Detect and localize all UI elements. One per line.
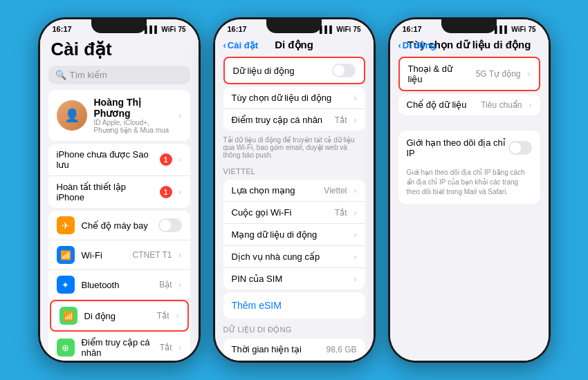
row-airplane[interactable]: ✈ Chế độ máy bay xyxy=(48,211,190,240)
current-time-label: Thời gian hiện tại xyxy=(232,344,320,354)
wifi-call-value: Tắt xyxy=(335,208,347,218)
data-mode-row[interactable]: Chế độ dữ liệu Tiêu chuẩn › xyxy=(398,94,540,115)
screen1-content: Cài đặt 🔍 Tìm kiếm 👤 Hoàng Thị Phương ID… xyxy=(40,35,199,361)
ip-toggle[interactable] xyxy=(508,141,532,155)
spacer xyxy=(390,118,549,128)
provider-row[interactable]: Dịch vụ nhà cung cấp › xyxy=(223,246,365,268)
ip-label: Giới hạn theo dõi địa chỉ IP xyxy=(407,137,508,158)
network-row[interactable]: Lựa chọn mạng Viettel › xyxy=(223,180,365,202)
notch-2 xyxy=(266,19,322,33)
battery-icon-2: 75 xyxy=(353,26,360,33)
mobile-data-toggle[interactable] xyxy=(332,64,356,77)
data-section-header: DỮ LIỆU DI ĐỘNG xyxy=(215,321,374,336)
ip-row-inner: Giới hạn theo dõi địa chỉ IP xyxy=(407,137,532,158)
wifi-call-label: Cuộc gọi Wi-Fi xyxy=(232,207,328,218)
profile-chevron: › xyxy=(179,111,182,120)
settings-group-1: ✈ Chế độ máy bay 📶 Wi-Fi CTNET T1 › ✦ Bl… xyxy=(48,211,190,361)
profile-name: Hoàng Thị Phương xyxy=(94,97,172,119)
hotspot2-chevron: › xyxy=(354,115,357,125)
alert-row-2[interactable]: Hoàn tất thiết lập iPhone 1 › xyxy=(48,176,190,208)
row-wifi[interactable]: 📶 Wi-Fi CTNET T1 › xyxy=(48,240,190,270)
data-options-row[interactable]: Tùy chọn dữ liệu di động › xyxy=(223,87,365,109)
search-bar[interactable]: 🔍 Tìm kiếm xyxy=(48,66,190,84)
screen3-content: ‹ Di động Tùy chọn dữ liệu di động Thoại… xyxy=(390,35,549,361)
profile-text: Hoàng Thị Phương ID Apple, iCloud+, Phươ… xyxy=(94,97,172,134)
cellular-label: Di động xyxy=(84,311,150,321)
data-network-chevron: › xyxy=(354,230,357,240)
voice-data-value: 5G Tự động xyxy=(476,69,521,79)
data-options-chevron: › xyxy=(354,93,357,103)
phone-2: 16:17 ▌▌▌ WiFi 75 ‹ Cài đặt Di động Dữ l… xyxy=(213,17,376,363)
search-placeholder: Tìm kiếm xyxy=(70,70,107,80)
current-time-row[interactable]: Thời gian hiện tại 98,6 GB xyxy=(223,339,365,361)
hotspot-value: Tắt xyxy=(160,343,172,352)
screen2-content: ‹ Cài đặt Di động Dữ liệu di động Tùy ch… xyxy=(215,35,374,361)
wifi-icon-3: WiFi xyxy=(511,26,526,33)
back-button-3[interactable]: ‹ Di động xyxy=(398,40,437,50)
row-cellular[interactable]: 📶 Di động Tắt › xyxy=(51,301,187,330)
esim-link: Thêm eSIM xyxy=(232,300,282,311)
signal-icon: ▌▌▌ xyxy=(145,26,159,33)
search-icon: 🔍 xyxy=(55,70,66,80)
alerts-group: iPhone chưa được Sao lưu 1 › Hoàn tất th… xyxy=(48,144,190,208)
cellular-chevron: › xyxy=(176,311,179,321)
sim-pin-chevron: › xyxy=(354,274,357,284)
wifi-icon-2: WiFi xyxy=(336,26,351,33)
data-options-label: Tùy chọn dữ liệu di động xyxy=(232,93,347,103)
hotspot-label: Điểm truy cập cá nhân xyxy=(82,337,153,358)
screen2-title: Di động xyxy=(275,39,313,51)
time-1: 16:17 xyxy=(53,25,72,33)
data-group: Thời gian hiện tại 98,6 GB Chuyển vùng T… xyxy=(223,339,365,361)
alert2-badge: 1 xyxy=(160,186,172,198)
alert-row-1[interactable]: iPhone chưa được Sao lưu 1 › xyxy=(48,144,190,176)
nav-bar-3: ‹ Di động Tùy chọn dữ liệu di động xyxy=(390,35,549,54)
bluetooth-chevron: › xyxy=(179,280,182,289)
time-2: 16:17 xyxy=(228,25,247,33)
network-value: Viettel xyxy=(324,186,347,196)
airplane-toggle[interactable] xyxy=(158,218,182,232)
highlighted-row-container: 📶 Di động Tắt › xyxy=(50,300,189,332)
voice-data-label: Thoại & dữ liệu xyxy=(408,64,469,84)
hotspot2-row[interactable]: Điểm truy cập cá nhân Tắt › xyxy=(223,109,365,131)
screen3-red-row: Thoại & dữ liệu 5G Tự động › xyxy=(398,57,540,91)
battery-icon-3: 75 xyxy=(528,26,535,33)
viettel-header: VIETTEL xyxy=(215,163,374,177)
mobile-data-row[interactable]: Dữ liệu di động xyxy=(225,58,364,83)
signal-icon-2: ▌▌▌ xyxy=(320,26,334,33)
sim-pin-label: PIN của SIM xyxy=(232,274,347,284)
back-label-3: Di động xyxy=(403,40,436,50)
ip-desc: Giới hạn theo dõi địa chỉ IP bằng cách ẩ… xyxy=(407,168,532,197)
voice-data-row[interactable]: Thoại & dữ liệu 5G Tự động › xyxy=(400,58,539,90)
cellular-icon: 📶 xyxy=(59,307,77,325)
data-mode-label: Chế độ dữ liệu xyxy=(407,99,475,110)
phone-3: 16:17 ▌▌▌ WiFi 75 ‹ Di động Tùy chọn dữ … xyxy=(388,17,551,363)
esim-row[interactable]: Thêm eSIM xyxy=(223,292,365,319)
back-label-2: Cài đặt xyxy=(228,40,258,50)
wifi-label: Wi-Fi xyxy=(82,250,126,260)
screen3-group1: Chế độ dữ liệu Tiêu chuẩn › xyxy=(398,94,540,115)
alert2-chevron: › xyxy=(179,187,182,197)
wifi-call-row[interactable]: Cuộc gọi Wi-Fi Tắt › xyxy=(223,202,365,224)
ip-group: Giới hạn theo dõi địa chỉ IP Giới hạn th… xyxy=(398,131,540,204)
screen2-red-row: Dữ liệu di động xyxy=(223,57,365,84)
sim-pin-row[interactable]: PIN của SIM › xyxy=(223,268,365,289)
data-network-row[interactable]: Mạng dữ liệu di động › xyxy=(223,224,365,246)
notch-1 xyxy=(91,19,147,33)
screen1-title: Cài đặt xyxy=(40,35,199,63)
mobile-data-label: Dữ liệu di động xyxy=(233,66,325,76)
data-mode-chevron: › xyxy=(529,100,532,110)
bluetooth-icon: ✦ xyxy=(57,276,75,294)
airplane-icon: ✈ xyxy=(57,216,75,234)
provider-chevron: › xyxy=(354,252,357,262)
ip-tracking-row[interactable]: Giới hạn theo dõi địa chỉ IP Giới hạn th… xyxy=(398,131,540,204)
battery-icon: 75 xyxy=(178,26,185,33)
data-mode-value: Tiêu chuẩn xyxy=(481,100,522,110)
profile-section[interactable]: 👤 Hoàng Thị Phương ID Apple, iCloud+, Ph… xyxy=(48,90,190,141)
network-chevron: › xyxy=(354,186,357,196)
row-bluetooth[interactable]: ✦ Bluetooth Bật › xyxy=(48,270,190,300)
hotspot2-value: Tắt xyxy=(335,115,347,125)
wifi-chevron: › xyxy=(179,250,182,260)
back-button-2[interactable]: ‹ Cài đặt xyxy=(223,40,258,50)
row-hotspot[interactable]: ⊕ Điểm truy cập cá nhân Tắt › xyxy=(48,332,190,361)
wifi-icon: WiFi xyxy=(161,26,176,33)
